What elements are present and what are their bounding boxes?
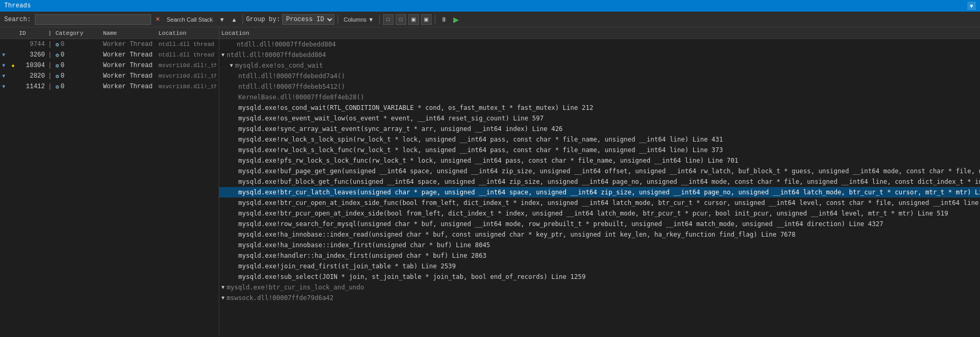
toolbar: Search: ✕ Search Call Stack ▼ ▲ Group by… — [0, 12, 980, 27]
group-by-label: Group by: — [246, 16, 281, 23]
call-stack-row[interactable]: ntdll.dll!00007ffdebedd804 — [219, 39, 980, 50]
columns-dropdown-icon: ▼ — [368, 16, 374, 23]
filter-up-button[interactable]: ▲ — [229, 15, 239, 24]
call-stack-row[interactable]: mysqld.exe!pfs_rw_lock_s_lock_func(rw_lo… — [219, 155, 980, 166]
call-stack-row[interactable]: mysqld.exe!row_search_for_mysql(unsigned… — [219, 219, 980, 229]
thread-row[interactable]: 9744 | ⚙ 0 Worker Thread ntdll.dll threa… — [0, 39, 219, 50]
col-header-id[interactable]: ID — [19, 30, 48, 36]
col-header-name[interactable]: Name — [103, 30, 158, 36]
call-stack-row[interactable]: mysqld.exe!ha_innobase::index_read(unsig… — [219, 229, 980, 240]
call-stack-row[interactable]: ntdll.dll!00007ffdebedd7a4() — [219, 71, 980, 81]
thread-id: 9744 — [19, 41, 48, 48]
thread-name: Worker Thread — [103, 41, 158, 48]
call-stack-row[interactable]: KernelBase.dll!00007ffde8f4eb28() — [219, 92, 980, 102]
title-bar: Threads ▼ — [0, 0, 980, 12]
square-btn-3[interactable]: ▣ — [408, 14, 419, 25]
thread-cat-val: 0 — [61, 83, 64, 90]
call-stack-frame-text: mysqld.exe!os_event_wait_low(os_event * … — [238, 115, 544, 122]
filter-icon: ▼ — [219, 16, 225, 23]
thread-location: msvcr110d.dll!_threadstartex — [158, 83, 217, 90]
call-stack-row[interactable]: mysqld.exe!join_read_first(st_join_table… — [219, 261, 980, 272]
call-stack-row[interactable]: mysqld.exe!ha_innobase::index_first(unsi… — [219, 240, 980, 250]
col-header-category[interactable]: Category — [55, 30, 103, 36]
call-stack-frame-text: mysqld.exe!rw_lock_s_lock_func(rw_lock_t… — [238, 146, 723, 154]
call-stack-row[interactable]: mysqld.exe!buf_page_get_gen(unsigned __i… — [219, 166, 980, 176]
square-btn-1[interactable]: □ — [383, 14, 394, 25]
call-stack-frame-text: mysqld.exe!os_cond_wait — [235, 62, 323, 69]
expand-icon[interactable]: ▼ — [221, 295, 225, 301]
thread-location: ntdll.dll thread — [158, 52, 217, 58]
call-stack-frame-text: mysqld.exe!row_search_for_mysql(unsigned… — [238, 220, 883, 228]
play-button[interactable]: ▶ — [451, 14, 461, 25]
square-icon-2: □ — [399, 16, 403, 22]
call-stack-frame-text: mysqld.exe!ha_innobase::index_first(unsi… — [238, 241, 490, 249]
call-stack-frame-text: mswsock.dll!00007ffde79d6a42 — [227, 294, 333, 302]
thread-category: ⚙ 0 — [55, 51, 103, 59]
filter-button[interactable]: ▼ — [217, 15, 227, 24]
thread-cat-val: 0 — [61, 62, 64, 69]
call-stack-row[interactable]: mysqld.exe!btr_pcur_open_at_index_side(b… — [219, 208, 980, 219]
thread-location: msvcr110d.dll!_threadstartex — [158, 73, 217, 79]
call-stack-frame-text: mysqld.exe!btr_pcur_open_at_index_side(b… — [238, 210, 948, 217]
thread-row[interactable]: ▼ ◆ 10304 | ⚙ 0 Worker Thread msvcr110d.… — [0, 60, 219, 71]
col-header-location[interactable]: Location — [158, 30, 217, 36]
call-stack-frame-text: mysqld.exe!buf_block_get_func(unsigned _… — [238, 178, 980, 185]
expand-icon[interactable]: ▼ — [221, 285, 225, 291]
thread-id: 11412 — [19, 83, 48, 90]
columns-button[interactable]: Columns ▼ — [341, 15, 376, 24]
thread-rows-container: 9744 | ⚙ 0 Worker Thread ntdll.dll threa… — [0, 39, 219, 337]
thread-location: msvcr110d.dll!_threadstartex — [158, 62, 217, 69]
thread-category: ⚙ 0 — [55, 72, 103, 80]
call-stack-row[interactable]: ▼ ntdll.dll!00007ffdebedd804 — [219, 50, 980, 60]
square-btn-2[interactable]: □ — [396, 14, 406, 25]
call-stack-row[interactable]: ▼ mysqld.exe!btr_cur_ins_lock_and_undo — [219, 282, 980, 293]
expand-icon[interactable]: ▼ — [221, 52, 225, 58]
call-stack-frame-text: mysqld.exe!btr_cur_open_at_index_side_fu… — [238, 199, 980, 207]
thread-pipe: | — [48, 41, 55, 48]
call-stack-row[interactable]: mysqld.exe!rw_lock_s_lock_spin(rw_lock_t… — [219, 134, 980, 145]
toolbar-separator-4 — [435, 15, 435, 24]
thread-name: Worker Thread — [103, 51, 158, 59]
expand-icon[interactable]: ▼ — [230, 63, 233, 69]
call-stack-rows: ntdll.dll!00007ffdebedd804 ▼ ntdll.dll!0… — [219, 39, 980, 337]
call-stack-row[interactable]: mysqld.exe!handler::ha_index_first(unsig… — [219, 250, 980, 261]
thread-row[interactable]: ▼ 11412 | ⚙ 0 Worker Thread msvcr110d.dl… — [0, 81, 219, 92]
call-stack-frame-text: mysqld.exe!pfs_rw_lock_s_lock_func(rw_lo… — [238, 157, 738, 164]
clear-search-button[interactable]: ✕ — [153, 15, 162, 24]
search-call-stack-button[interactable]: Search Call Stack — [164, 15, 214, 24]
call-stack-row[interactable]: ▼ mswsock.dll!00007ffde79d6a42 — [219, 293, 980, 303]
thread-id: 2820 — [19, 72, 48, 80]
thread-expand-arrow[interactable]: ▼ — [2, 73, 12, 79]
call-stack-row[interactable]: ▼ mysqld.exe!os_cond_wait — [219, 60, 980, 71]
title-bar-title: Threads — [4, 2, 31, 10]
thread-row[interactable]: ▼ 2820 | ⚙ 0 Worker Thread msvcr110d.dll… — [0, 71, 219, 81]
search-input[interactable] — [35, 14, 151, 25]
thread-cat-val: 0 — [61, 51, 64, 59]
thread-row[interactable]: ▼ 3260 | ⚙ 0 Worker Thread ntdll.dll thr… — [0, 50, 219, 60]
thread-category: ⚙ 0 — [55, 62, 103, 69]
call-stack-row[interactable]: mysqld.exe!btr_cur_open_at_index_side_fu… — [219, 198, 980, 208]
thread-cat-val: 0 — [61, 41, 64, 48]
title-bar-collapse[interactable]: ▼ — [967, 2, 976, 10]
call-stack-frame-text: mysqld.exe!sub_select(JOIN * join, st_jo… — [238, 273, 585, 280]
thread-expand-arrow[interactable]: ▼ — [2, 52, 12, 58]
pause-button[interactable]: ⏸ — [438, 15, 449, 24]
group-by-select[interactable]: Process ID — [282, 14, 334, 25]
call-stack-row[interactable]: mysqld.exe!os_event_wait_low(os_event * … — [219, 113, 980, 124]
call-stack-frame-text: mysqld.exe!rw_lock_s_lock_spin(rw_lock_t… — [238, 136, 723, 143]
thread-expand-arrow[interactable]: ▼ — [2, 63, 12, 69]
call-stack-frame-text: mysqld.exe!buf_page_get_gen(unsigned __i… — [238, 167, 980, 175]
call-stack-row[interactable]: mysqld.exe!rw_lock_s_lock_func(rw_lock_t… — [219, 145, 980, 155]
thread-expand-arrow[interactable]: ▼ — [2, 84, 12, 90]
thread-icon: ⚙ — [55, 73, 59, 80]
thread-list-header: ID | Category Name Location — [0, 27, 219, 39]
call-stack-row[interactable]: ntdll.dll!00007ffdebeb5412() — [219, 81, 980, 92]
call-stack-row[interactable]: mysqld.exe!sub_select(JOIN * join, st_jo… — [219, 272, 980, 282]
square-btn-4[interactable]: ▣ — [421, 14, 432, 25]
square-icon-3: ▣ — [411, 16, 416, 22]
call-stack-row[interactable]: mysqld.exe!sync_array_wait_event(sync_ar… — [219, 124, 980, 134]
call-stack-row[interactable]: mysqld.exe!os_cond_wait(RTL_CONDITION_VA… — [219, 102, 980, 113]
call-stack-row[interactable]: mysqld.exe!buf_block_get_func(unsigned _… — [219, 176, 980, 187]
call-stack-row[interactable]: mysqld.exe!btr_cur_latch_leaves(unsigned… — [219, 187, 980, 198]
title-bar-controls: ▼ — [967, 2, 976, 10]
